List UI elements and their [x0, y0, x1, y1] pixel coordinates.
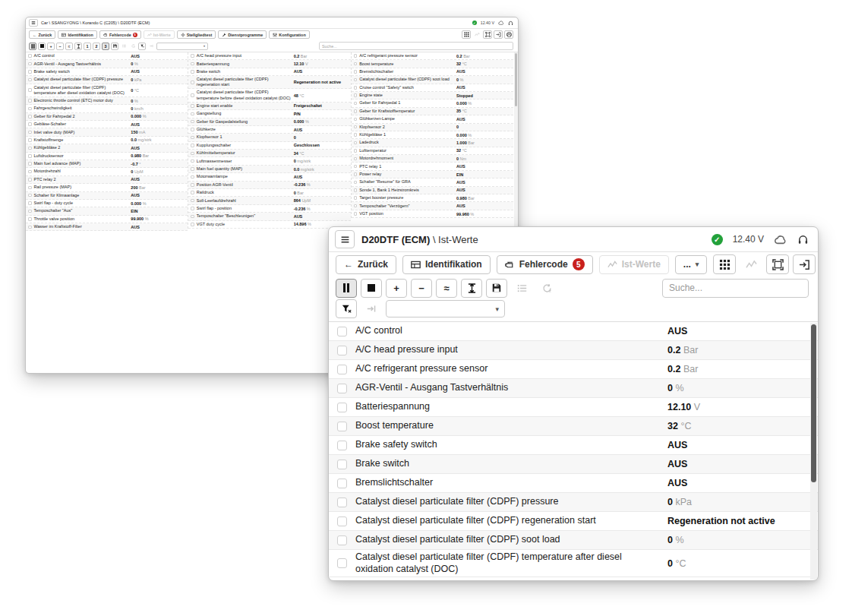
row-checkbox[interactable] [354, 86, 358, 90]
smooth-curve-button[interactable]: ≈ [65, 43, 73, 50]
layout-3col-button[interactable]: 3 [102, 43, 109, 50]
layout-1col-button[interactable]: 1 [84, 43, 91, 50]
value-row[interactable]: Schalter für Klimaanlage AUS [26, 192, 188, 200]
scrollbar-thumb[interactable] [515, 53, 517, 106]
identifikation-button[interactable]: Identifikation [402, 255, 491, 274]
value-row[interactable]: Kupplungsschalter Geschlossen [188, 142, 350, 150]
row-checkbox[interactable] [191, 93, 194, 97]
row-checkbox[interactable] [191, 54, 194, 58]
value-row[interactable]: Brake switch AUS [329, 455, 818, 474]
filter-clear-button[interactable] [336, 299, 357, 318]
row-checkbox[interactable] [28, 70, 32, 74]
row-checkbox[interactable] [354, 93, 358, 97]
row-checkbox[interactable] [337, 516, 347, 526]
zoom-out-button[interactable]: − [56, 43, 64, 50]
row-checkbox[interactable] [354, 125, 358, 129]
value-row[interactable]: Raildruck 0 Bar [188, 189, 350, 197]
row-checkbox[interactable] [191, 160, 194, 163]
value-row[interactable]: A/C head pressure input 0.2 Bar [188, 52, 350, 60]
row-checkbox[interactable] [28, 210, 32, 213]
value-row[interactable]: A/C control AUS [329, 322, 818, 341]
value-row[interactable]: Engine state Stopped [352, 92, 513, 100]
zoom-in-button[interactable]: + [386, 279, 407, 298]
value-row[interactable]: Cruise control "Safety" switch AUS [352, 84, 513, 92]
row-checkbox[interactable] [337, 365, 347, 374]
row-checkbox[interactable] [337, 403, 347, 412]
row-checkbox[interactable] [28, 122, 32, 126]
value-row[interactable]: Main fuel quantity (MAP) 0.0 mg/strk [188, 166, 350, 173]
row-checkbox[interactable] [354, 172, 358, 176]
fullscreen-button[interactable] [766, 254, 789, 274]
row-checkbox[interactable] [354, 165, 358, 169]
row-checkbox[interactable] [354, 212, 358, 216]
value-row[interactable]: Geber für Fahrpedal 2 0.000 % [26, 113, 188, 121]
value-row[interactable]: Brake switch AUS [188, 68, 350, 76]
row-checkbox[interactable] [28, 194, 32, 197]
row-checkbox[interactable] [337, 535, 347, 545]
pause-button[interactable] [29, 43, 36, 50]
value-row[interactable]: Catalyst diesel particulate filter (CDPF… [26, 84, 188, 97]
value-row[interactable]: Motorwarnlampe AUS [188, 173, 350, 181]
row-checkbox[interactable] [28, 186, 32, 190]
value-row[interactable]: Geber für Gaspedalstellung 0.000 % [188, 118, 350, 126]
row-checkbox[interactable] [354, 118, 358, 122]
grid-view-button[interactable] [462, 30, 471, 39]
fit-height-button[interactable] [74, 43, 82, 50]
value-row[interactable]: Brake safety switch AUS [26, 68, 188, 76]
row-checkbox[interactable] [354, 181, 358, 185]
identifikation-button[interactable]: Identifikation [58, 30, 97, 39]
row-checkbox[interactable] [191, 152, 194, 156]
value-row[interactable]: A/C refrigerant pressure sensor 0.2 Bar [329, 360, 818, 379]
row-checkbox[interactable] [354, 196, 358, 200]
pause-button[interactable] [336, 279, 357, 298]
value-row[interactable]: Bremslichtschalter AUS [352, 68, 513, 76]
value-row[interactable]: AGR-Ventil - Ausgang Tastverhältnis 0 % [26, 60, 188, 68]
value-row[interactable]: Target booster pressure 0.980 Bar [352, 194, 513, 202]
value-row[interactable]: A/C head pressure input 0.2 Bar [329, 341, 818, 360]
search-input[interactable] [662, 279, 809, 298]
zoom-out-button[interactable]: − [411, 279, 432, 298]
row-checkbox[interactable] [191, 207, 194, 210]
fehlercode-button[interactable]: Fehlercode 5 [497, 255, 593, 274]
value-row[interactable]: Boost temperature 32 °C [329, 417, 818, 436]
row-checkbox[interactable] [354, 141, 358, 145]
row-checkbox[interactable] [354, 133, 358, 137]
value-row[interactable]: Ladedruck 1.000 Bar [352, 139, 513, 147]
row-checkbox[interactable] [28, 170, 32, 174]
value-row[interactable]: Inlet valve duty (MAP) 150 mA [26, 128, 188, 136]
value-row[interactable]: Kühlgebläse 1 0.000 % [352, 131, 513, 139]
value-row[interactable]: Engine start enable Freigeschaltet [188, 103, 350, 110]
filter-clear-button[interactable] [138, 43, 146, 50]
grid-view-button[interactable] [713, 254, 736, 274]
row-checkbox[interactable] [337, 384, 347, 393]
row-checkbox[interactable] [28, 54, 32, 58]
row-checkbox[interactable] [191, 183, 194, 187]
value-row[interactable]: Brake safety switch AUS [329, 436, 818, 455]
row-checkbox[interactable] [354, 149, 358, 153]
value-row[interactable]: Temposchalter "Aus" EIN [26, 207, 188, 215]
back-button[interactable]: ←Zurück [29, 30, 55, 39]
row-checkbox[interactable] [191, 81, 194, 84]
dienstprogramme-button[interactable]: Dienstprogramme [218, 30, 267, 39]
row-checkbox[interactable] [191, 112, 194, 116]
value-row[interactable]: VGT position 99.960 % [352, 210, 513, 218]
stellgliedtest-button[interactable]: Stellgliedtest [177, 30, 216, 39]
value-row[interactable]: Temposchalter "Verzögern" AUS [352, 202, 513, 210]
value-row[interactable]: Temposchalter "Beschleunigen" AUS [188, 213, 350, 220]
row-checkbox[interactable] [337, 422, 347, 431]
value-row[interactable]: Geber für Fahrpedal 1 0.000 % [352, 100, 513, 107]
save-button[interactable] [486, 279, 507, 298]
row-checkbox[interactable] [191, 120, 194, 124]
row-checkbox[interactable] [28, 88, 32, 92]
stop-button[interactable] [38, 43, 46, 50]
row-checkbox[interactable] [191, 144, 194, 147]
value-row[interactable]: Catalyst diesel particulate filter (CDPF… [329, 512, 818, 531]
value-row[interactable]: VGT duty cycle 14.896 % [188, 221, 350, 229]
more-menu-button[interactable]: ...▾ [675, 255, 708, 274]
value-row[interactable]: A/C control AUS [26, 52, 188, 60]
hamburger-menu-button[interactable] [29, 19, 38, 27]
value-row[interactable]: Throttle valve position 99.900 % [26, 216, 188, 223]
value-row[interactable]: AGR-Ventil - Ausgang Tastverhältnis 0 % [329, 379, 818, 398]
value-row[interactable]: Kühlmitteltemperatur 34 °C [188, 150, 350, 157]
value-row[interactable]: Klopfsensor 2 0 [352, 124, 513, 131]
